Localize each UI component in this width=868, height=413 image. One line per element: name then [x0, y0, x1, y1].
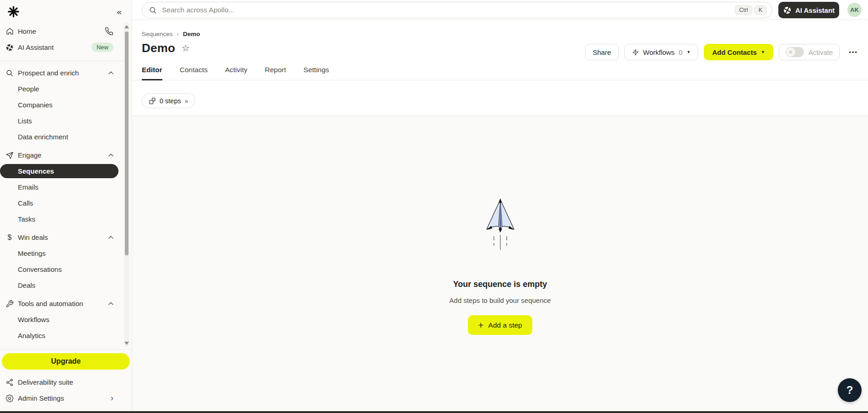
- kbd-k: K: [755, 5, 766, 15]
- share-button[interactable]: Share: [585, 44, 619, 60]
- search-input[interactable]: [162, 6, 733, 14]
- global-search[interactable]: Ctrl K: [142, 2, 772, 18]
- sidebar-item-admin-settings[interactable]: Admin Settings ›: [0, 390, 132, 406]
- sidebar-item-calls[interactable]: Calls: [0, 195, 132, 211]
- steps-panel-button[interactable]: 0 steps »: [142, 93, 195, 108]
- main-area: Ctrl K AI Assistant AK Sequences › Demo …: [132, 0, 868, 411]
- sidebar-item-meetings[interactable]: Meetings: [0, 245, 132, 261]
- sidebar-item-label: Deals: [18, 281, 35, 289]
- sidebar-section-tools-and-automation[interactable]: Tools and automation: [0, 296, 132, 312]
- breadcrumb-sequences-link[interactable]: Sequences: [142, 31, 173, 37]
- add-step-button[interactable]: + Add a step: [468, 315, 532, 335]
- tab-activity[interactable]: Activity: [225, 66, 247, 80]
- sidebar-divider: [0, 349, 132, 349]
- empty-state-subtitle: Add steps to build your sequence: [450, 297, 551, 304]
- scroll-down-arrow[interactable]: [124, 342, 129, 345]
- kbd-ctrl: Ctrl: [735, 5, 752, 15]
- workflows-button[interactable]: Workflows 0 ▼: [624, 44, 698, 60]
- section-label: Tools and automation: [18, 300, 83, 307]
- home-icon: [5, 26, 15, 37]
- chevron-down-icon: ▼: [761, 50, 765, 54]
- help-button[interactable]: ?: [838, 378, 862, 402]
- star-icon[interactable]: ☆: [182, 42, 190, 53]
- sidebar-divider: [0, 61, 132, 61]
- tab-editor[interactable]: Editor: [142, 66, 162, 80]
- paper-plane-illustration: [482, 198, 519, 257]
- breadcrumb: Sequences › Demo: [142, 31, 868, 37]
- chevron-up-icon: [108, 154, 113, 157]
- activate-toggle[interactable]: ✕: [786, 47, 804, 57]
- add-contacts-button[interactable]: Add Contacts ▼: [704, 44, 773, 60]
- sidebar-item-data-enrichment[interactable]: Data enrichment: [0, 129, 132, 145]
- sidebar-item-home[interactable]: Home: [0, 23, 132, 39]
- sidebar-section-engage[interactable]: Engage: [0, 147, 132, 163]
- sidebar-section-win-deals[interactable]: $ Win deals: [0, 229, 132, 245]
- sidebar-item-emails[interactable]: Emails: [0, 179, 132, 195]
- tab-report[interactable]: Report: [265, 66, 286, 80]
- sidebar-item-label: Deliverability suite: [18, 378, 73, 386]
- sidebar-item-label: Data enrichment: [18, 133, 68, 141]
- add-step-label: Add a step: [488, 321, 522, 329]
- sidebar-item-tasks[interactable]: Tasks: [0, 211, 132, 227]
- gear-icon: [5, 393, 15, 403]
- sidebar-item-label: Conversations: [18, 265, 62, 273]
- tab-settings[interactable]: Settings: [304, 66, 329, 80]
- search-icon: [5, 68, 15, 78]
- new-badge: New: [91, 42, 113, 52]
- scroll-up-arrow[interactable]: [124, 25, 129, 28]
- sidebar-item-people[interactable]: People: [0, 81, 132, 97]
- sequence-canvas: Your sequence is empty Add steps to buil…: [132, 116, 868, 411]
- sidebar-item-label: People: [18, 85, 39, 93]
- sidebar-item-lists[interactable]: Lists: [0, 113, 132, 129]
- sidebar-item-workflows[interactable]: Workflows: [0, 312, 132, 328]
- chevron-right-icon: ›: [111, 393, 113, 403]
- chevron-down-icon: ▼: [686, 50, 691, 54]
- more-options-button[interactable]: •••: [845, 44, 862, 60]
- tab-contacts[interactable]: Contacts: [180, 66, 208, 80]
- wrench-icon: [5, 299, 15, 309]
- workflows-count: 0: [679, 48, 682, 56]
- activate-control: ✕ Activate: [779, 44, 840, 60]
- chevron-up-icon: [108, 302, 113, 305]
- breadcrumb-current: Demo: [183, 31, 200, 37]
- sidebar-collapse-button[interactable]: «: [117, 7, 122, 16]
- section-label: Win deals: [18, 233, 48, 241]
- workflows-label: Workflows: [643, 48, 675, 56]
- sidebar-item-sequences[interactable]: Sequences: [0, 164, 118, 178]
- section-label: Engage: [18, 151, 42, 159]
- sidebar-item-analytics[interactable]: Analytics: [0, 328, 132, 344]
- empty-state-title: Your sequence is empty: [453, 280, 547, 289]
- sidebar-scrollbar[interactable]: [124, 23, 129, 347]
- empty-state: Your sequence is empty Add steps to buil…: [132, 116, 868, 335]
- sidebar-nav: Home AI Assistant New Prospect and enric…: [0, 23, 132, 406]
- page-title: Demo: [142, 41, 175, 55]
- activate-label: Activate: [809, 48, 833, 56]
- sidebar-section-prospect-and-enrich[interactable]: Prospect and enrich: [0, 65, 132, 81]
- sidebar-item-label: Companies: [18, 101, 53, 109]
- sidebar-item-label: Lists: [18, 117, 32, 125]
- sidebar-item-deliverability-suite[interactable]: Deliverability suite: [0, 374, 132, 390]
- sidebar-item-label: Analytics: [18, 332, 45, 339]
- sidebar-item-conversations[interactable]: Conversations: [0, 261, 132, 277]
- sidebar-item-deals[interactable]: Deals: [0, 277, 132, 293]
- sidebar-item-companies[interactable]: Companies: [0, 97, 132, 113]
- chevron-up-icon: [108, 71, 113, 74]
- share-label: Share: [593, 48, 611, 56]
- sidebar-item-label: Home: [18, 27, 36, 35]
- ai-assistant-button[interactable]: AI Assistant: [778, 2, 839, 18]
- ai-assistant-icon: [783, 6, 792, 15]
- upgrade-button[interactable]: Upgrade: [2, 353, 130, 370]
- sidebar-item-label: Calls: [18, 199, 33, 207]
- sidebar-item-label: Admin Settings: [18, 394, 64, 402]
- ai-assistant-icon: [5, 42, 15, 53]
- user-avatar[interactable]: AK: [847, 3, 862, 17]
- header-actions: Share Workflows 0 ▼ Add Contacts ▼ ✕ Act…: [585, 44, 862, 60]
- sidebar-item-ai-assistant[interactable]: AI Assistant New: [0, 39, 132, 55]
- editor-toolbar: 0 steps »: [132, 80, 868, 116]
- double-chevron-right-icon: »: [185, 97, 188, 105]
- dialer-phone-icon[interactable]: [105, 27, 113, 36]
- scrollbar-thumb[interactable]: [125, 32, 129, 255]
- steps-icon: [149, 97, 156, 105]
- sidebar-item-label: Tasks: [18, 215, 35, 223]
- search-icon: [149, 6, 157, 15]
